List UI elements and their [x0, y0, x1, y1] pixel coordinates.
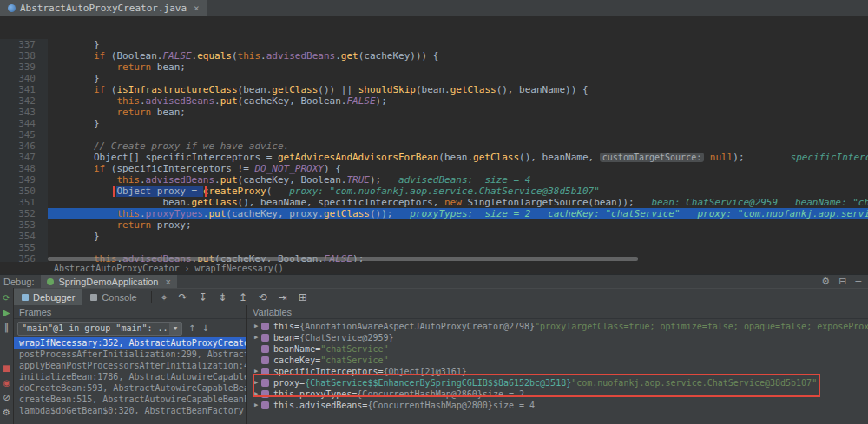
mute-breakpoints-icon[interactable]: ⊘: [3, 394, 10, 402]
horizontal-scrollbar[interactable]: [48, 257, 638, 261]
variable-row[interactable]: ▶bean = {ChatService@2959}: [247, 332, 868, 343]
line-number[interactable]: 340: [0, 73, 48, 84]
code-line[interactable]: 351 bean.getClass(), beanName, specificI…: [0, 197, 868, 208]
expand-arrow-icon[interactable]: ▶: [247, 388, 261, 400]
line-number[interactable]: 348: [0, 163, 48, 174]
show-execution-point-icon[interactable]: ⌖: [161, 291, 168, 303]
line-number[interactable]: 353: [0, 219, 48, 231]
code-line[interactable]: 350 Object proxy = createProxy( proxy: "…: [0, 186, 868, 197]
line-number[interactable]: 343: [0, 107, 48, 118]
breadcrumb-separator-icon: ›: [185, 264, 190, 273]
expand-arrow-icon[interactable]: ▶: [247, 332, 261, 343]
code-token: (bean.: [416, 84, 450, 95]
step-into-icon[interactable]: ↧: [199, 291, 207, 303]
layout-icon[interactable]: ⊟: [838, 276, 846, 287]
code-line[interactable]: 352 this.proxyTypes.put(cacheKey, proxy.…: [0, 208, 868, 219]
variable-row[interactable]: ▶proxy = {ChatService$$EnhancerBySpringC…: [247, 377, 868, 388]
line-number[interactable]: 349: [0, 174, 48, 186]
frame-row[interactable]: postProcessAfterInitialization:299, Abst…: [14, 349, 246, 360]
code-line[interactable]: 339 return bean;: [0, 62, 868, 73]
chevron-down-icon[interactable]: ▼: [169, 323, 181, 335]
code-line[interactable]: 342 this.advisedBeans.put(cacheKey, Bool…: [0, 95, 868, 107]
variable-row[interactable]: cacheKey = "chatService": [247, 355, 868, 366]
line-number[interactable]: 354: [0, 231, 48, 242]
tab-console[interactable]: Console: [82, 289, 144, 306]
code-editor[interactable]: 337 }338 if (Boolean.FALSE.equals(this.a…: [0, 16, 868, 262]
next-frame-icon[interactable]: ↓: [201, 323, 208, 333]
code-line[interactable]: 340 }: [0, 73, 868, 84]
pause-icon[interactable]: ‖: [4, 323, 9, 332]
line-number[interactable]: 352: [0, 208, 48, 219]
line-number[interactable]: 341: [0, 84, 48, 95]
code-line[interactable]: 349 this.advisedBeans.put(cacheKey, Bool…: [0, 174, 868, 186]
rerun-icon[interactable]: ⟳: [3, 294, 10, 303]
line-number[interactable]: 356: [0, 253, 48, 262]
code-token: (specificInterceptors !=: [105, 163, 254, 174]
expand-arrow-icon[interactable]: ▶: [247, 366, 261, 377]
code-line[interactable]: 348 if (specificInterceptors != DO_NOT_P…: [0, 163, 868, 174]
frame-row[interactable]: initializeBean:1786, AbstractAutowireCap…: [14, 371, 246, 382]
force-step-into-icon[interactable]: ⇟: [219, 291, 227, 303]
code-line[interactable]: 344 }: [0, 118, 868, 129]
editor-tab[interactable]: AbstractAutoProxyCreator.java ×: [0, 0, 207, 16]
debug-settings-icon[interactable]: ⚙: [3, 408, 10, 417]
variable-row[interactable]: ▶this.proxyTypes = {ConcurrentHashMap@28…: [247, 388, 868, 400]
code-line[interactable]: 353 return proxy;: [0, 219, 868, 231]
expand-arrow-icon[interactable]: ▶: [247, 400, 261, 411]
line-number[interactable]: 338: [0, 50, 48, 62]
line-number[interactable]: 339: [0, 62, 48, 73]
code-line[interactable]: 337 }: [0, 39, 868, 50]
drop-frame-icon[interactable]: ⟲: [259, 291, 267, 303]
variable-type-icon: [261, 334, 269, 342]
resume-icon[interactable]: ▶: [3, 309, 10, 317]
hide-icon[interactable]: ─: [855, 276, 861, 287]
tab-debugger[interactable]: Debugger: [14, 289, 82, 306]
frame-row[interactable]: createBean:515, AbstractAutowireCapableB…: [14, 394, 246, 405]
close-icon[interactable]: ×: [165, 277, 170, 287]
variable-row[interactable]: ▶specificInterceptors = {Object[2]@3161}: [247, 366, 868, 377]
code-token: [48, 152, 94, 163]
code-line[interactable]: 343 return bean;: [0, 107, 868, 118]
line-number[interactable]: 355: [0, 242, 48, 253]
code-line[interactable]: 347 Object[] specificInterceptors = getA…: [0, 152, 868, 163]
line-number[interactable]: 344: [0, 118, 48, 129]
code-line[interactable]: 345: [0, 129, 868, 140]
stop-icon[interactable]: ■: [3, 364, 10, 373]
line-number[interactable]: 347: [0, 152, 48, 163]
code-line[interactable]: 346 // Create proxy if we have advice.: [0, 140, 868, 152]
breadcrumb-method[interactable]: wrapIfNecessary(): [195, 264, 284, 273]
variable-row[interactable]: beanName = "chatService": [247, 343, 868, 355]
view-breakpoints-icon[interactable]: ◉: [3, 379, 10, 388]
thread-dropdown[interactable]: "main"@1 in group "main": ... ▼: [17, 322, 182, 336]
code-token: [48, 219, 116, 231]
previous-frame-icon[interactable]: ↑: [188, 323, 195, 333]
frame-row[interactable]: lambda$doGetBean$0:320, AbstractBeanFact…: [14, 405, 246, 416]
line-number[interactable]: 337: [0, 39, 48, 50]
evaluate-expression-icon[interactable]: ⊞: [299, 291, 307, 303]
line-number[interactable]: 345: [0, 129, 48, 140]
settings-gear-icon[interactable]: ⚙: [821, 276, 830, 287]
code-line[interactable]: 355: [0, 242, 868, 253]
code-line[interactable]: 341 if (isInfrastructureClass(bean.getCl…: [0, 84, 868, 95]
line-number[interactable]: 342: [0, 95, 48, 107]
step-over-icon[interactable]: ↷: [178, 291, 187, 303]
line-number[interactable]: 350: [0, 186, 48, 197]
step-out-icon[interactable]: ↥: [239, 291, 247, 303]
debug-session-tab[interactable]: SpringDemoApplication ×: [41, 275, 176, 289]
frame-row[interactable]: applyBeanPostProcessorsAfterInitializati…: [14, 360, 246, 371]
code-token: .: [140, 174, 146, 186]
code-line[interactable]: 354 }: [0, 231, 868, 242]
variable-row[interactable]: ▶this = {AnnotationAwareAspectJAutoProxy…: [247, 321, 868, 332]
expand-arrow-icon[interactable]: ▶: [247, 321, 261, 332]
variable-row[interactable]: ▶this.advisedBeans = {ConcurrentHashMap@…: [247, 400, 868, 411]
line-number[interactable]: 346: [0, 140, 48, 152]
frame-row[interactable]: wrapIfNecessary:352, AbstractAutoProxyCr…: [14, 337, 246, 349]
code-token: .: [335, 50, 341, 62]
close-icon[interactable]: ×: [194, 3, 200, 14]
breadcrumb-class[interactable]: AbstractAutoProxyCreator: [54, 264, 180, 273]
expand-arrow-icon[interactable]: ▶: [247, 377, 261, 388]
frame-row[interactable]: doCreateBean:593, AbstractAutowireCapabl…: [14, 382, 246, 394]
line-number[interactable]: 351: [0, 197, 48, 208]
code-line[interactable]: 338 if (Boolean.FALSE.equals(this.advise…: [0, 50, 868, 62]
run-to-cursor-icon[interactable]: ⇥: [279, 291, 287, 303]
